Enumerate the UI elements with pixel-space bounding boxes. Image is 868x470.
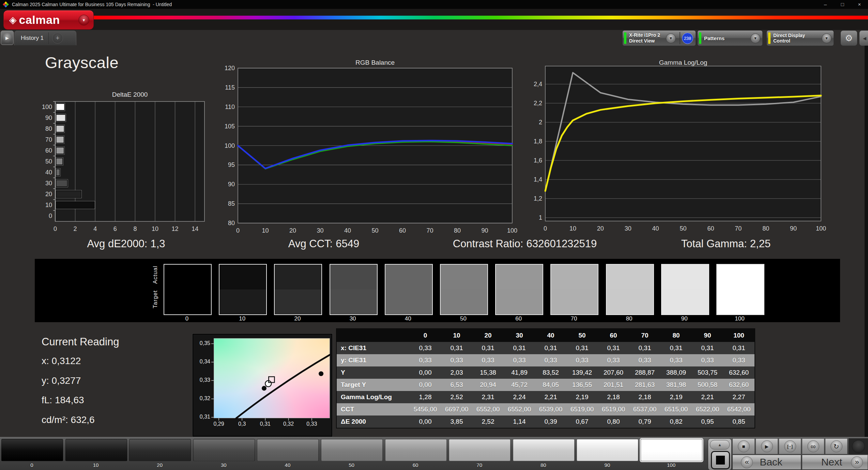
grayscale-swatch-0 <box>164 264 212 315</box>
table-cell: 20,94 <box>472 379 504 391</box>
add-tab-button[interactable]: + <box>52 33 63 44</box>
maximize-icon[interactable]: □ <box>834 0 851 9</box>
cie-y-tick: 0,33 <box>195 377 210 383</box>
table-cell: 2,52 <box>441 391 472 403</box>
tab-history-1[interactable]: History 1 + <box>14 31 76 45</box>
table-cell: 0,00 <box>410 379 441 391</box>
chevron-down-icon[interactable]: ▼ <box>750 33 760 43</box>
pattern-level-button-30[interactable] <box>193 439 255 461</box>
svg-text:1,6: 1,6 <box>534 157 542 164</box>
table-col-header: 10 <box>441 329 472 342</box>
table-cell: 0,33 <box>441 354 472 366</box>
table-cell: 6697,00 <box>441 403 472 416</box>
table-cell: 2,19 <box>566 391 598 403</box>
table-cell: 2,21 <box>692 391 723 403</box>
stop-button[interactable]: ■ <box>732 438 755 454</box>
grayscale-swatch-20 <box>274 264 322 315</box>
grayscale-swatch-100 <box>716 264 764 315</box>
refresh-icon: ↻ <box>831 440 842 452</box>
pattern-window-panel: ▲ <box>708 438 732 470</box>
settings-button[interactable]: ⚙ <box>840 30 857 46</box>
chevron-up-icon: ▲ <box>718 443 722 447</box>
display-control-dropdown[interactable]: Direct Display Control ▼ <box>766 30 834 46</box>
chevron-down-icon[interactable]: ▼ <box>822 33 832 43</box>
svg-text:4: 4 <box>93 225 97 232</box>
svg-text:8: 8 <box>133 225 137 232</box>
svg-text:10: 10 <box>45 202 52 208</box>
table-cell: 0,33 <box>598 354 629 366</box>
grayscale-swatch-30 <box>330 264 378 315</box>
swatch-target <box>607 289 653 314</box>
table-cell: 281,63 <box>629 379 660 391</box>
back-button[interactable]: « Back <box>732 455 801 470</box>
pattern-level-button-0[interactable] <box>1 439 63 461</box>
svg-text:70: 70 <box>45 136 52 143</box>
svg-text:40: 40 <box>652 225 659 232</box>
swatch-target <box>717 289 764 314</box>
pattern-level-button-20[interactable] <box>129 439 191 461</box>
pattern-level-button-100[interactable] <box>641 439 702 461</box>
pattern-level-button-90[interactable] <box>577 439 638 461</box>
table-cell: 288,87 <box>629 366 660 379</box>
table-col-header: 0 <box>410 329 441 342</box>
refresh-button[interactable]: ↻ <box>825 438 848 454</box>
calman-menu-button[interactable]: ◈ calman ▼ <box>3 10 94 30</box>
table-col-header: 30 <box>504 329 535 342</box>
svg-text:100: 100 <box>42 104 52 110</box>
svg-text:0: 0 <box>54 225 57 232</box>
table-cell: 0,31 <box>535 342 566 354</box>
collapse-panel-button[interactable]: ◀ <box>859 30 868 46</box>
table-cell: 41,89 <box>504 366 535 379</box>
swatch-target <box>441 289 487 314</box>
grayscale-swatch-10 <box>219 264 267 315</box>
chevron-down-icon[interactable]: ▼ <box>666 33 676 43</box>
reading-fL: fL: 184,63 <box>42 395 84 406</box>
table-cell: 2,21 <box>535 391 566 403</box>
play-button[interactable]: ▶ <box>756 438 778 454</box>
cie-y-tick: 0,35 <box>195 340 210 346</box>
table-col-header: 80 <box>660 329 692 342</box>
table-cell: 0,95 <box>692 416 723 428</box>
table-cell: 0,33 <box>472 354 504 366</box>
pattern-window-icon <box>716 456 725 465</box>
pattern-level-label: 90 <box>576 462 638 468</box>
infinity-icon: ∞ <box>807 440 819 452</box>
swatch-level-label: 90 <box>660 315 709 322</box>
pattern-window-button[interactable] <box>711 451 730 469</box>
patterns-dropdown[interactable]: Patterns ▼ <box>697 30 763 46</box>
table-cell: 0,31 <box>472 342 504 354</box>
frame-button[interactable]: [··] <box>779 438 801 454</box>
close-icon[interactable]: × <box>851 0 868 9</box>
cie-x-tick: 0,29 <box>209 421 229 427</box>
collapse-up-button[interactable]: ▲ <box>710 440 730 450</box>
svg-text:12: 12 <box>172 225 179 232</box>
chevrons-left-icon: « <box>741 456 753 468</box>
swatch-target <box>551 289 598 314</box>
table-row-label: x: CIE31 <box>337 342 410 354</box>
workflow-play-button[interactable]: ▶ <box>1 31 14 45</box>
swatch-target <box>219 289 266 314</box>
pattern-level-button-70[interactable] <box>449 439 511 461</box>
chevron-left-icon: ◀ <box>863 36 866 41</box>
table-cell: 6537,00 <box>629 403 660 416</box>
table-cell: 0,33 <box>692 354 723 366</box>
swatch-actual <box>330 265 377 289</box>
reading-x: x: 0,3122 <box>42 356 81 366</box>
svg-text:10: 10 <box>152 225 158 232</box>
next-button[interactable]: Next » <box>802 455 868 470</box>
minimize-icon[interactable]: – <box>817 0 834 9</box>
swatch-actual <box>219 265 266 289</box>
pattern-level-button-60[interactable] <box>385 439 447 461</box>
cie-x-tick: 0,32 <box>278 421 299 427</box>
loop-button[interactable]: ∞ <box>802 438 824 454</box>
pattern-level-button-40[interactable] <box>257 439 319 461</box>
table-cell: 45,72 <box>504 379 535 391</box>
pattern-level-button-50[interactable] <box>321 439 383 461</box>
svg-text:2,2: 2,2 <box>534 100 542 107</box>
rainbow-strip <box>93 16 868 19</box>
pattern-level-button-10[interactable] <box>65 439 127 461</box>
meter-dropdown[interactable]: X-Rite i1Pro 2Direct View ▼ 238 <box>622 30 696 46</box>
grayscale-swatch-60 <box>495 264 543 315</box>
table-cell: 0,31 <box>566 342 598 354</box>
pattern-level-button-80[interactable] <box>513 439 575 461</box>
